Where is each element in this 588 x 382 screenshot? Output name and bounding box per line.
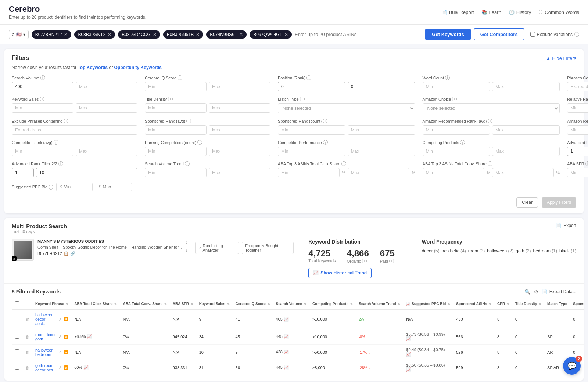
competitor-performance-min[interactable] <box>278 147 345 156</box>
chart-icon-0[interactable]: 📈 <box>284 317 289 321</box>
amazon-rec-rank-avg-max[interactable] <box>492 125 560 135</box>
exclude-phrases-info-icon[interactable]: i <box>64 119 68 123</box>
comp-perf-info-icon[interactable]: i <box>323 140 328 145</box>
ranking-competitors-min[interactable] <box>145 147 207 156</box>
opportunity-keywords-link[interactable]: Opportunity Keywords <box>114 65 162 70</box>
match-type-info-icon[interactable]: i <box>300 97 305 101</box>
nav-arrow-down[interactable]: › <box>186 247 188 253</box>
kw-text-1[interactable]: room decor goth <box>35 332 57 341</box>
kw-external-icon-3[interactable]: ↗ <box>58 365 62 370</box>
amazon-choice-info-icon[interactable]: i <box>452 97 457 101</box>
cerebro-iq-min[interactable] <box>145 82 207 91</box>
row3-delete[interactable]: 🗑 <box>22 360 32 375</box>
row2-checkbox[interactable] <box>15 349 19 354</box>
row0-delete[interactable]: 🗑 <box>22 309 32 329</box>
get-keywords-button[interactable]: Get Keywords <box>425 29 470 40</box>
competitor-rank-avg-min[interactable] <box>12 147 74 156</box>
ppc-bid-info-icon[interactable]: i <box>49 185 53 190</box>
exclude-phrases-input[interactable] <box>12 125 137 135</box>
col-sp-rank-avg[interactable]: Sponsored Rank (avg) ⇅ <box>570 299 584 309</box>
row3-checkbox[interactable] <box>15 365 19 370</box>
position-rank-max[interactable] <box>348 82 415 91</box>
row0-check[interactable] <box>12 309 22 329</box>
hide-filters-button[interactable]: ▲ Hide Filters <box>546 55 576 61</box>
asin-input[interactable] <box>295 32 422 37</box>
advanced-rank-2-min[interactable] <box>12 168 34 177</box>
kw-text-2[interactable]: halloween bedroom ... <box>35 348 57 357</box>
competing-products-min[interactable] <box>423 147 490 156</box>
history-btn[interactable]: 🕐 History <box>509 10 531 15</box>
col-match-type[interactable]: Match Type <box>544 299 570 309</box>
cerebro-iq-info-icon[interactable]: i <box>178 75 182 80</box>
sponsored-rank-count-min[interactable] <box>278 125 345 135</box>
aba-conv-max[interactable] <box>492 168 554 177</box>
exclude-variations-label[interactable]: Exclude variations i <box>530 32 579 37</box>
asin-tag-close-1[interactable]: ✕ <box>108 32 111 37</box>
word-count-max[interactable] <box>492 82 560 91</box>
col-aba-click[interactable]: ABA Total Click Share ⇅ <box>71 299 120 309</box>
keyword-sales-max[interactable] <box>76 103 137 113</box>
organic-info-icon[interactable]: i <box>362 259 367 263</box>
col-cerebro-iq[interactable]: Cerebro IQ Score ⇅ <box>233 299 273 309</box>
apply-filters-button[interactable]: Apply Filters <box>542 197 576 208</box>
col-sp-asins[interactable]: Sponsored ASINs ⇅ <box>453 299 494 309</box>
search-volume-trend-min[interactable] <box>145 168 207 177</box>
col-title-density[interactable]: Title Density ⇅ <box>512 299 544 309</box>
get-competitors-button[interactable]: Get Competitors <box>474 28 524 40</box>
chart-icon-2[interactable]: 📈 <box>284 350 289 354</box>
sp-rank-count-info-icon[interactable]: i <box>323 119 327 123</box>
row1-check[interactable] <box>12 329 22 345</box>
cerebro-iq-max[interactable] <box>209 82 270 91</box>
ppc-chart-3[interactable]: 📈 <box>406 367 411 372</box>
sponsored-rank-avg-min[interactable] <box>145 125 207 135</box>
advanced-rank-2-max[interactable] <box>36 168 137 177</box>
row2-check[interactable] <box>12 345 22 360</box>
word-count-info-icon[interactable]: i <box>445 75 450 80</box>
competing-products-max[interactable] <box>492 147 560 156</box>
row1-checkbox[interactable] <box>15 334 19 339</box>
ranking-comp-info-icon[interactable]: i <box>197 140 202 145</box>
keyword-sales-info-icon[interactable]: i <box>40 97 44 101</box>
flag-selector[interactable]: a 🇺🇸 ▾ <box>9 30 29 39</box>
ppc-chart-2[interactable]: 📈 <box>406 352 411 356</box>
search-table-icon[interactable]: 🔍 <box>524 289 530 295</box>
sv-trend-info-icon[interactable]: i <box>185 161 190 166</box>
kw-external-icon-1[interactable]: ↗ <box>58 334 62 339</box>
amz-rec-rank-avg-info-icon[interactable]: i <box>488 119 492 123</box>
search-volume-info-icon[interactable]: i <box>40 75 45 80</box>
kw-text-0[interactable]: halloween decor aest... <box>35 313 57 326</box>
col-competing[interactable]: Competing Products ⇅ <box>309 299 356 309</box>
search-volume-max[interactable] <box>76 82 137 91</box>
run-listing-btn[interactable]: ↗ Run Listing Analyzer <box>195 242 239 254</box>
title-density-min[interactable] <box>145 103 207 113</box>
col-vol-trend[interactable]: Search Volume Trend ⇅ <box>356 299 403 309</box>
col-aba-conv[interactable]: ABA Total Conv. Share ⇅ <box>120 299 169 309</box>
show-trend-button[interactable]: 📈 Show Historical Trend <box>308 268 372 278</box>
bulk-report-btn[interactable]: 📄 Bulk Report <box>441 10 474 15</box>
ppc-bid-max-input[interactable] <box>103 184 129 190</box>
ranking-competitors-max[interactable] <box>209 147 270 156</box>
copy-icon[interactable]: 📋 <box>64 251 69 256</box>
title-density-info-icon[interactable]: i <box>168 97 173 101</box>
ppc-chart-1[interactable]: 📈 <box>406 336 411 341</box>
common-words-btn[interactable]: ☷ Common Words <box>538 10 579 15</box>
match-type-select[interactable]: None selected <box>278 103 415 113</box>
export-data-button[interactable]: 📄 Export Data... <box>542 289 576 294</box>
col-cpr[interactable]: CPR ⇅ <box>494 299 512 309</box>
keyword-sales-min[interactable] <box>12 103 74 113</box>
ppc-bid-min-input[interactable] <box>64 184 89 190</box>
position-rank-min[interactable] <box>278 82 345 91</box>
clear-button[interactable]: Clear <box>516 197 538 208</box>
title-density-max[interactable] <box>209 103 270 113</box>
competitor-rank-avg-max[interactable] <box>76 147 137 156</box>
asin-tag-close-5[interactable]: ✕ <box>284 32 288 37</box>
position-rank-info-icon[interactable]: i <box>306 75 311 80</box>
frequently-bought-btn[interactable]: Frequently Bought Together <box>242 242 294 254</box>
asin-tag-close-2[interactable]: ✕ <box>153 32 157 37</box>
delete-icon-3[interactable]: 🗑 <box>25 365 29 370</box>
chart-icon-3[interactable]: 📈 <box>83 365 89 370</box>
relative-rank-min[interactable] <box>567 103 588 113</box>
asin-tag-close-3[interactable]: ✕ <box>196 32 200 37</box>
aba-click-info-icon[interactable]: i <box>341 161 346 166</box>
delete-icon-2[interactable]: 🗑 <box>25 350 29 354</box>
